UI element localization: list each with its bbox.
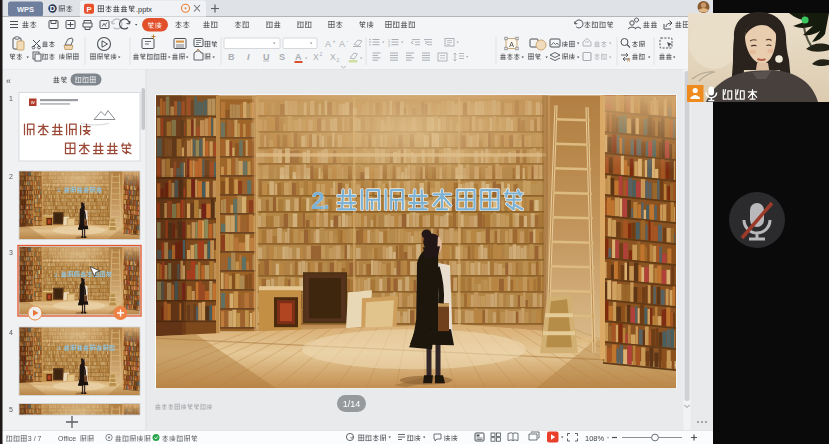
- svg-text:2: 2: [337, 57, 340, 63]
- svg-text:5: 5: [9, 406, 13, 413]
- svg-text:X: X: [330, 52, 336, 62]
- svg-text:2.: 2.: [54, 271, 59, 278]
- svg-text:P: P: [86, 5, 91, 14]
- svg-text:1/14: 1/14: [343, 399, 361, 409]
- svg-text:2: 2: [9, 173, 13, 180]
- svg-text:A: A: [295, 52, 302, 62]
- svg-text:3.: 3.: [57, 344, 62, 351]
- svg-text:2: 2: [320, 51, 323, 57]
- svg-text:3 / 7: 3 / 7: [28, 435, 42, 442]
- svg-text:4: 4: [9, 329, 13, 336]
- svg-text:S: S: [279, 52, 285, 62]
- svg-text:A: A: [339, 39, 345, 49]
- svg-text:.pptx: .pptx: [136, 5, 152, 14]
- svg-text:3: 3: [388, 44, 390, 48]
- svg-text:«: «: [6, 76, 11, 86]
- svg-text:108%: 108%: [585, 434, 605, 443]
- svg-text:D: D: [50, 4, 56, 13]
- svg-text:A: A: [509, 41, 514, 48]
- svg-text:Office: Office: [58, 435, 76, 442]
- svg-text:A: A: [627, 58, 630, 63]
- svg-text:+: +: [333, 38, 336, 44]
- svg-text:1: 1: [9, 95, 13, 102]
- svg-text:X: X: [313, 52, 319, 62]
- svg-text:U: U: [263, 52, 270, 62]
- svg-text:w: w: [30, 99, 35, 105]
- svg-text:1.: 1.: [57, 186, 62, 193]
- svg-text:-: -: [347, 38, 349, 44]
- svg-text:A: A: [325, 39, 331, 49]
- svg-text:WPS: WPS: [17, 5, 34, 14]
- svg-text:B: B: [228, 52, 235, 62]
- svg-text:3: 3: [9, 249, 13, 256]
- svg-text:2.: 2.: [311, 187, 329, 214]
